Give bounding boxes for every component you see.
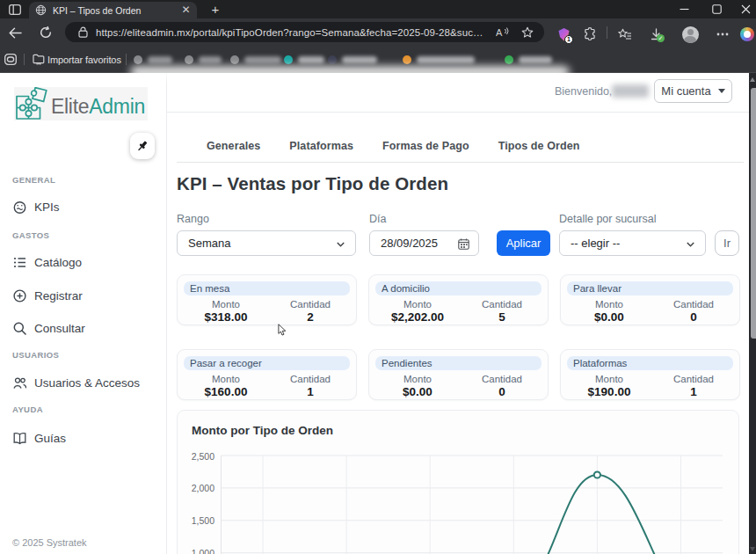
sidebar-item-label: Registrar bbox=[34, 289, 83, 303]
sidebar-item-consultar[interactable]: Consultar bbox=[13, 321, 85, 335]
sidebar-section-heading: AYUDA bbox=[12, 405, 43, 414]
scrollbar-down-arrow-icon[interactable] bbox=[750, 547, 755, 551]
monto-label: Monto bbox=[570, 299, 649, 310]
tab-formas-de-pago[interactable]: Formas de Pago bbox=[382, 140, 469, 152]
kpi-cantidad-column: Cantidad5 bbox=[462, 299, 542, 324]
import-favorites-label[interactable]: Importar favoritos bbox=[47, 55, 121, 65]
tabs-divider bbox=[177, 162, 744, 163]
tab-generales[interactable]: Generales bbox=[207, 140, 260, 152]
account-menu-button[interactable]: Mi cuenta bbox=[654, 79, 732, 103]
plus-circle-icon bbox=[13, 289, 26, 303]
chevron-down-icon bbox=[337, 242, 345, 247]
essentials-badge: 1 bbox=[564, 35, 573, 44]
browser-essentials-button[interactable]: 1 bbox=[552, 23, 575, 46]
sidebar-item-usuarios-accesos[interactable]: Usuarios & Accesos bbox=[13, 375, 140, 390]
page-title: KPI – Ventas por Tipo de Orden bbox=[177, 173, 448, 194]
bookmark-label-redacted bbox=[244, 56, 281, 63]
rango-label: Rango bbox=[177, 213, 209, 225]
window-close-button[interactable] bbox=[735, 0, 756, 18]
bookmark-item[interactable] bbox=[505, 55, 552, 65]
profile-button[interactable] bbox=[679, 23, 701, 46]
browser-window: KPI – Tipos de Orden ✕ + bbox=[0, 0, 756, 554]
import-folder-icon bbox=[33, 53, 45, 65]
cantidad-value: 5 bbox=[462, 310, 542, 324]
gauge-icon bbox=[13, 200, 26, 214]
bookmark-item[interactable] bbox=[185, 55, 222, 65]
sidebar-item-label: Catálogo bbox=[34, 256, 82, 269]
pin-icon bbox=[136, 140, 149, 152]
users-icon bbox=[13, 376, 26, 390]
rango-select[interactable]: Semana bbox=[177, 230, 356, 256]
dia-date-input[interactable]: 28/09/2025 bbox=[369, 230, 479, 256]
collections-button[interactable] bbox=[4, 53, 17, 69]
bookmark-label-redacted bbox=[519, 56, 552, 63]
sucursal-label: Detalle por sucursal bbox=[559, 213, 656, 225]
avatar-body-shape bbox=[684, 36, 696, 43]
window-minimize-button[interactable] bbox=[673, 0, 694, 18]
kpi-card-title: Pasar a recoger bbox=[184, 356, 350, 370]
bookmark-item[interactable] bbox=[230, 55, 281, 65]
kpi-card-title: A domicilio bbox=[375, 281, 542, 295]
monto-value: $190.00 bbox=[570, 385, 649, 398]
downloads-button[interactable]: ✓ bbox=[644, 23, 667, 46]
bookmark-item[interactable] bbox=[134, 55, 172, 65]
sidebar-item-cat-logo[interactable]: Catálogo bbox=[13, 255, 82, 269]
copilot-button[interactable] bbox=[736, 23, 756, 46]
monto-label: Monto bbox=[186, 374, 265, 384]
dia-label: Día bbox=[369, 213, 386, 225]
kpi-monto-column: Monto$0.00 bbox=[378, 374, 457, 398]
extensions-puzzle-icon bbox=[583, 27, 597, 41]
bookmark-item[interactable] bbox=[403, 55, 475, 65]
kpi-cantidad-column: Cantidad0 bbox=[462, 374, 542, 398]
toolbar-right-cluster: 1 ✓ bbox=[0, 18, 756, 46]
kpi-monto-column: Monto$2,202.00 bbox=[378, 299, 457, 324]
pin-sidebar-button[interactable] bbox=[130, 133, 155, 159]
monto-label: Monto bbox=[378, 299, 457, 310]
bookmark-label-redacted bbox=[298, 56, 324, 63]
monto-label: Monto bbox=[186, 299, 265, 310]
sidebar-item-registrar[interactable]: Registrar bbox=[13, 288, 83, 303]
settings-more-button[interactable] bbox=[711, 23, 734, 46]
sidebar-item-gu-as[interactable]: Guías bbox=[13, 431, 66, 445]
welcome-bar: Bienvenido, Mi cuenta bbox=[167, 73, 749, 113]
ir-button[interactable]: Ir bbox=[715, 230, 739, 256]
kpi-card-title: Para llevar bbox=[567, 281, 733, 295]
maximize-icon bbox=[712, 4, 722, 14]
favorites-hub-button[interactable] bbox=[614, 23, 636, 46]
brand-admin: Admin bbox=[89, 95, 145, 118]
monto-value: $0.00 bbox=[378, 385, 457, 398]
tab-tipos-de-orden[interactable]: Tipos de Orden bbox=[498, 140, 580, 152]
sidebar: EliteAdmin GENERALKPIsGASTOSCatálogoRegi… bbox=[0, 73, 167, 554]
toolbar-separator bbox=[607, 26, 607, 39]
scrollbar-up-arrow-icon[interactable] bbox=[750, 77, 755, 82]
scrollbar-thumb[interactable] bbox=[751, 88, 756, 339]
bookmark-item[interactable] bbox=[284, 55, 324, 65]
kpi-monto-column: Monto$160.00 bbox=[186, 374, 265, 398]
tab-plataformas[interactable]: Plataformas bbox=[289, 140, 353, 152]
cantidad-value: 1 bbox=[654, 385, 733, 398]
monto-value: $2,202.00 bbox=[378, 310, 457, 324]
kpi-card-plataformas: PlataformasMonto$190.00Cantidad1 bbox=[560, 349, 740, 400]
kpi-card-pasar-a-recoger: Pasar a recogerMonto$160.00Cantidad1 bbox=[177, 349, 357, 400]
sucursal-select[interactable]: -- elegir -- bbox=[559, 230, 706, 256]
dia-value: 28/09/2025 bbox=[381, 237, 438, 250]
bookmark-item[interactable] bbox=[328, 55, 377, 65]
window-maximize-button[interactable] bbox=[706, 0, 727, 18]
page-scrollbar[interactable] bbox=[749, 73, 756, 554]
kpi-cantidad-column: Cantidad1 bbox=[271, 374, 350, 398]
sidebar-item-label: KPIs bbox=[34, 200, 60, 214]
import-favorites-button[interactable] bbox=[33, 53, 45, 69]
extensions-button[interactable] bbox=[578, 23, 601, 46]
download-complete-badge: ✓ bbox=[657, 34, 665, 42]
bookmarks-separator bbox=[24, 54, 25, 65]
kpi-monto-column: Monto$190.00 bbox=[570, 374, 649, 398]
sidebar-item-label: Guías bbox=[34, 432, 66, 445]
cantidad-value: 1 bbox=[271, 385, 350, 398]
monto-value: $0.00 bbox=[570, 310, 649, 324]
search-icon bbox=[13, 322, 26, 335]
aplicar-button[interactable]: Aplicar bbox=[497, 230, 550, 256]
puzzle-logo-icon bbox=[15, 87, 48, 120]
calendar-icon bbox=[458, 238, 469, 250]
cantidad-label: Cantidad bbox=[654, 374, 733, 384]
sidebar-item-kpis[interactable]: KPIs bbox=[13, 200, 60, 214]
